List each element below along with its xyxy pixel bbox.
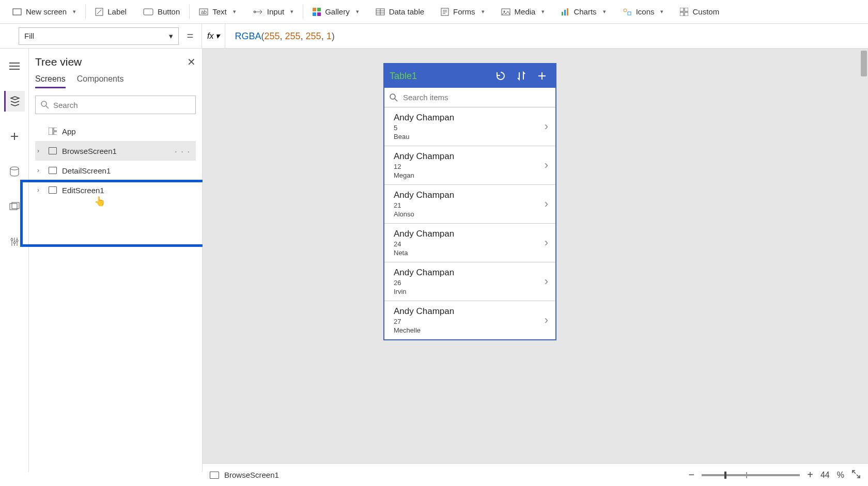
- search-icon: [390, 93, 398, 102]
- item-title: Andy Champan: [394, 190, 545, 200]
- item-sub1: 21: [394, 201, 545, 209]
- zoom-in-button[interactable]: +: [807, 469, 813, 481]
- item-sub1: 12: [394, 163, 545, 170]
- svg-rect-15: [564, 10, 566, 15]
- zoom-out-button[interactable]: −: [689, 469, 695, 481]
- tree-item-label: BrowseScreen1: [62, 147, 169, 155]
- icons-button[interactable]: Icons ▾: [615, 0, 671, 23]
- tree-search-input[interactable]: [53, 101, 190, 109]
- chevron-right-icon[interactable]: ›: [545, 313, 548, 327]
- separator: [85, 5, 86, 19]
- tree-view-icon[interactable]: [4, 91, 25, 112]
- svg-point-13: [503, 10, 505, 12]
- refresh-icon[interactable]: [492, 68, 509, 84]
- new-screen-button[interactable]: New screen ▾: [5, 0, 83, 23]
- gallery-icon: [313, 8, 321, 16]
- label-button[interactable]: Label: [88, 0, 134, 23]
- item-sub2: Beau: [394, 133, 545, 140]
- button-button[interactable]: Button: [136, 0, 187, 23]
- scrollbar[interactable]: [860, 49, 868, 472]
- gallery-button[interactable]: Gallery ▾: [305, 0, 366, 23]
- input-button[interactable]: Input ▾: [245, 0, 301, 23]
- forms-label: Forms: [453, 7, 475, 16]
- item-sub2: Mechelle: [394, 326, 545, 334]
- screen-icon: [49, 147, 57, 154]
- data-table-label: Data table: [389, 7, 424, 16]
- svg-point-26: [11, 239, 13, 241]
- scrollbar-thumb[interactable]: [861, 51, 867, 76]
- zoom-thumb[interactable]: [724, 472, 726, 479]
- fullscreen-icon[interactable]: [851, 469, 861, 481]
- zoom-slider[interactable]: [702, 474, 800, 476]
- preview-search[interactable]: [384, 88, 555, 107]
- text-label: Text: [212, 7, 227, 16]
- chevron-right-icon[interactable]: ›: [545, 275, 548, 288]
- new-screen-label: New screen: [26, 7, 67, 16]
- chevron-down-icon: ▾: [169, 32, 173, 41]
- item-title: Andy Champan: [394, 113, 545, 123]
- chevron-down-icon: ▾: [356, 8, 359, 15]
- tree-app-label: App: [62, 127, 196, 136]
- more-icon[interactable]: · · ·: [175, 147, 196, 155]
- chevron-right-icon[interactable]: ›: [37, 147, 43, 154]
- chevron-right-icon[interactable]: ›: [37, 167, 43, 174]
- item-sub1: 24: [394, 240, 545, 248]
- tab-screens[interactable]: Screens: [35, 74, 66, 88]
- table-icon: [376, 8, 385, 15]
- fx-button[interactable]: fx ▾: [202, 24, 225, 49]
- canvas[interactable]: Table1 Andy Champan 5 Beau › Andy Cha: [203, 49, 868, 472]
- forms-button[interactable]: Forms ▾: [433, 0, 492, 23]
- chevron-right-icon[interactable]: ›: [545, 236, 548, 249]
- chevron-right-icon[interactable]: ›: [545, 197, 548, 211]
- label-icon: [95, 8, 103, 16]
- data-table-button[interactable]: Data table: [368, 0, 431, 23]
- svg-rect-19: [680, 8, 684, 11]
- svg-rect-0: [13, 9, 21, 15]
- gallery-item[interactable]: Andy Champan 24 Neta ›: [384, 224, 555, 262]
- media-icon: [501, 8, 510, 15]
- gallery-item[interactable]: Andy Champan 27 Mechelle ›: [384, 301, 555, 339]
- tab-components[interactable]: Components: [77, 74, 124, 88]
- add-icon[interactable]: [534, 68, 550, 84]
- item-title: Andy Champan: [394, 268, 545, 278]
- hamburger-icon[interactable]: [4, 56, 25, 76]
- screen-icon: [49, 167, 57, 174]
- charts-icon: [561, 8, 569, 16]
- tree-row-editscreen[interactable]: › EditScreen1: [35, 180, 196, 200]
- svg-rect-2: [144, 9, 153, 15]
- chevron-down-icon: ▾: [660, 8, 663, 15]
- preview-search-input[interactable]: [403, 93, 550, 102]
- chevron-down-icon: ▾: [603, 8, 606, 15]
- close-icon[interactable]: ✕: [187, 56, 196, 68]
- media-rail-icon[interactable]: [4, 196, 25, 217]
- advanced-tools-icon[interactable]: [4, 231, 25, 252]
- chevron-down-icon: ▾: [233, 8, 236, 15]
- sort-icon[interactable]: [513, 68, 530, 84]
- formula-input[interactable]: RGBA(255, 255, 255, 1): [225, 30, 334, 42]
- chevron-right-icon[interactable]: ›: [545, 159, 548, 172]
- tree-search[interactable]: [35, 96, 196, 114]
- tree-row-app[interactable]: App: [35, 121, 196, 141]
- screen-icon: [49, 186, 57, 194]
- svg-point-28: [16, 240, 18, 242]
- text-button[interactable]: ab Text ▾: [192, 0, 243, 23]
- property-selector[interactable]: Fill ▾: [19, 27, 179, 45]
- app-preview[interactable]: Table1 Andy Champan 5 Beau › Andy Cha: [383, 63, 556, 340]
- chevron-down-icon: ▾: [215, 31, 220, 41]
- forms-icon: [441, 8, 449, 16]
- chevron-right-icon[interactable]: ›: [545, 120, 548, 133]
- gallery-item[interactable]: Andy Champan 26 Irvin ›: [384, 262, 555, 301]
- chevron-right-icon[interactable]: ›: [37, 186, 43, 194]
- input-label: Input: [267, 7, 284, 16]
- charts-button[interactable]: Charts ▾: [554, 0, 613, 23]
- insert-icon[interactable]: [4, 126, 25, 147]
- media-button[interactable]: Media ▾: [494, 0, 552, 23]
- data-icon[interactable]: [4, 161, 25, 182]
- tree-row-detailscreen[interactable]: › DetailScreen1: [35, 161, 196, 180]
- gallery-item[interactable]: Andy Champan 12 Megan ›: [384, 146, 555, 185]
- custom-button[interactable]: Custom: [673, 0, 726, 23]
- gallery-item[interactable]: Andy Champan 21 Alonso ›: [384, 185, 555, 224]
- tree-row-browsescreen[interactable]: › BrowseScreen1 · · ·: [35, 141, 196, 161]
- button-icon: [143, 8, 153, 15]
- gallery-item[interactable]: Andy Champan 5 Beau ›: [384, 107, 555, 146]
